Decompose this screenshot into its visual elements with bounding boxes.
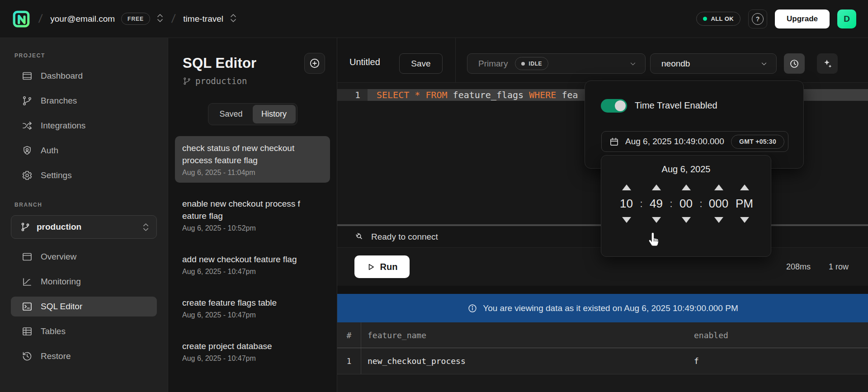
hour-value[interactable]: 10 (616, 197, 637, 211)
millisecond-decrement-arrow-icon[interactable] (714, 217, 723, 223)
query-duration: 208ms (786, 262, 811, 272)
sparkles-icon (822, 58, 833, 69)
upgrade-button[interactable]: Upgrade (775, 9, 830, 28)
sidebar-item-label: Integrations (41, 121, 85, 131)
timezone-badge: GMT +05:30 (731, 135, 784, 149)
tab-saved[interactable]: Saved (210, 105, 253, 123)
database-select[interactable]: neondb (650, 53, 777, 74)
mouse-cursor-icon (646, 231, 662, 250)
sidebar-project-label: PROJECT (14, 52, 157, 59)
history-item-date: Aug 6, 2025 - 10:52pm (182, 224, 323, 232)
compute-name: Primary (478, 59, 508, 69)
branches-icon (22, 95, 33, 106)
line-number: 1 (337, 89, 368, 101)
millisecond-value[interactable]: 000 (706, 197, 732, 211)
history-item[interactable]: check status of new checkout process fea… (175, 136, 330, 183)
breadcrumb-project[interactable]: time-travel (183, 13, 237, 25)
compute-select[interactable]: Primary IDLE (467, 53, 646, 74)
chevron-updown-icon[interactable] (230, 13, 237, 25)
millisecond-increment-arrow-icon[interactable] (714, 184, 723, 190)
column-header-index: # (337, 322, 361, 348)
sidebar-item-overview[interactable]: Overview (11, 247, 157, 267)
meridiem-value[interactable]: PM (733, 197, 756, 211)
status-badge-label: ALL OK (711, 15, 734, 22)
sidebar-item-label: Auth (41, 146, 58, 156)
restore-icon (22, 351, 33, 362)
breadcrumb-separator: / (38, 12, 43, 26)
calendar-icon (609, 137, 619, 147)
run-button[interactable]: Run (354, 255, 410, 278)
sidebar-item-integrations[interactable]: Integrations (11, 116, 157, 136)
history-item-title: eature flag (182, 210, 323, 222)
minute-increment-arrow-icon[interactable] (652, 184, 661, 190)
tab-history[interactable]: History (253, 105, 296, 123)
hour-decrement-arrow-icon[interactable] (622, 217, 631, 223)
meridiem-decrement-arrow-icon[interactable] (740, 217, 749, 223)
chevron-down-icon (760, 60, 768, 68)
history-item-title: enable new checkout process f (182, 198, 323, 210)
connection-status-text: Ready to connect (371, 232, 438, 242)
save-button[interactable]: Save (399, 53, 443, 74)
table-row[interactable]: 1 new_checkout_process f (337, 348, 868, 374)
column-header-enabled[interactable]: enabled (688, 331, 868, 340)
tables-icon (22, 326, 33, 337)
branch-icon (20, 222, 30, 232)
second-increment-arrow-icon[interactable] (682, 184, 691, 190)
column-header-feature-name[interactable]: feature_name (361, 331, 688, 340)
database-name: neondb (661, 59, 690, 69)
minute-value[interactable]: 49 (646, 197, 667, 211)
sidebar-item-label: SQL Editor (41, 302, 82, 312)
query-row-count: 1 row (829, 262, 849, 272)
time-travel-banner: You are viewing data as it existed on Au… (337, 294, 868, 322)
auth-icon (22, 145, 33, 156)
status-dot-icon (703, 17, 707, 21)
sidebar-item-restore[interactable]: Restore (11, 346, 157, 366)
clock-history-icon (789, 58, 800, 69)
second-decrement-arrow-icon[interactable] (682, 217, 691, 223)
sidebar-item-branches[interactable]: Branches (11, 91, 157, 111)
results-gap (337, 286, 868, 294)
time-travel-button[interactable] (784, 53, 805, 74)
code-token: feature_flags (448, 90, 529, 100)
sidebar-branch-label: BRANCH (14, 202, 157, 208)
topbar-divider (455, 38, 456, 83)
branch-selector-value: production (37, 222, 136, 232)
history-item[interactable]: enable new checkout process f eature fla… (175, 192, 330, 238)
history-item[interactable]: create feature flags table Aug 6, 2025 -… (175, 291, 330, 325)
query-tab-title[interactable]: Untitled (349, 57, 380, 67)
history-item-title: add new checkout feature flag (182, 253, 323, 265)
history-item[interactable]: add new checkout feature flag Aug 6, 202… (175, 247, 330, 282)
datetime-input[interactable]: Aug 6, 2025 10:49:00.000 GMT +05:30 (601, 131, 788, 152)
cell-feature-name: new_checkout_process (361, 356, 688, 366)
top-header: / your@email.com FREE / time-travel ALL … (0, 0, 868, 38)
minute-decrement-arrow-icon[interactable] (652, 217, 661, 223)
code-token: WHERE (529, 90, 556, 100)
hour-increment-arrow-icon[interactable] (622, 184, 631, 190)
history-item-date: Aug 6, 2025 - 10:47pm (182, 268, 323, 276)
avatar[interactable]: D (837, 9, 856, 28)
breadcrumb-account[interactable]: your@email.com FREE (50, 13, 164, 25)
new-query-button[interactable] (304, 53, 325, 74)
row-index: 1 (337, 348, 361, 374)
status-badge[interactable]: ALL OK (696, 12, 741, 26)
second-value[interactable]: 00 (676, 197, 697, 211)
sidebar-item-auth[interactable]: Auth (11, 141, 157, 161)
history-item-title: create feature flags table (182, 297, 323, 309)
neon-logo-icon[interactable] (12, 9, 31, 28)
sidebar-item-label: Overview (41, 252, 76, 262)
chevron-updown-icon[interactable] (156, 13, 164, 25)
sidebar-item-dashboard[interactable]: Dashboard (11, 66, 157, 86)
sidebar-item-sql-editor[interactable]: SQL Editor (11, 297, 157, 316)
history-item[interactable]: create project database Aug 6, 2025 - 10… (175, 334, 330, 368)
sidebar-item-settings[interactable]: Settings (11, 165, 157, 185)
time-travel-toggle[interactable] (601, 99, 627, 113)
ai-assist-button[interactable] (817, 53, 838, 74)
meridiem-increment-arrow-icon[interactable] (740, 184, 749, 190)
help-button[interactable]: ? (748, 9, 767, 28)
history-item-date: Aug 6, 2025 - 10:47pm (182, 311, 323, 319)
branch-selector[interactable]: production (11, 215, 157, 239)
run-button-label: Run (380, 262, 398, 272)
sidebar-item-tables[interactable]: Tables (11, 321, 157, 341)
project-name: time-travel (183, 14, 223, 24)
sidebar-item-monitoring[interactable]: Monitoring (11, 272, 157, 292)
